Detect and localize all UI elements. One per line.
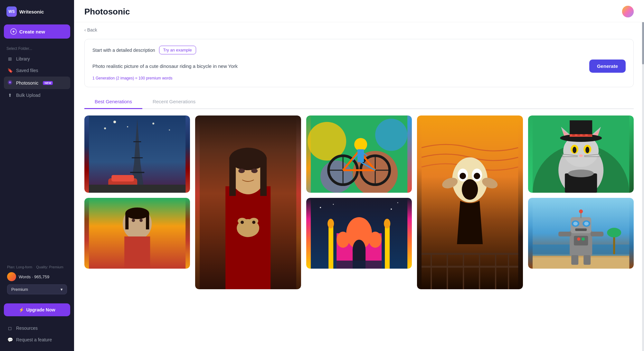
svg-rect-31 (146, 213, 149, 229)
svg-point-85 (459, 173, 466, 179)
svg-rect-12 (133, 141, 141, 142)
bookmark-icon: 🔖 (7, 68, 13, 73)
upload-icon: ⬆ (7, 93, 13, 98)
svg-rect-119 (570, 134, 572, 137)
image-card-eiffel[interactable] (84, 115, 190, 193)
svg-point-143 (577, 237, 580, 241)
image-card-taj[interactable] (306, 198, 412, 269)
image-card-woman[interactable] (84, 198, 190, 269)
image-card-cyclist[interactable] (306, 115, 412, 193)
svg-rect-141 (575, 228, 587, 231)
svg-point-146 (607, 228, 621, 237)
quality-label: Quality: Premium (36, 265, 63, 269)
sidebar-item-library[interactable]: ⊞ Library (4, 53, 70, 64)
image-eiffel (84, 115, 190, 193)
svg-point-110 (579, 154, 583, 157)
sidebar-item-resources[interactable]: ◻ Resources (4, 323, 70, 334)
upgrade-now-button[interactable]: ⚡ Upgrade Now (4, 303, 70, 316)
image-card-cat[interactable] (528, 115, 634, 193)
svg-point-71 (327, 219, 334, 228)
sidebar-item-saved-label: Saved files (16, 68, 38, 73)
image-col-1 (84, 115, 190, 269)
plan-info: Plan: Long-form Quality: Premium Words ·… (4, 263, 70, 301)
svg-point-39 (251, 169, 258, 173)
svg-point-73 (384, 219, 390, 228)
prompt-info: 1 Generation (2 images) = 100 premium wo… (92, 76, 626, 80)
create-new-button[interactable]: + Create new (4, 24, 70, 39)
sidebar-nav: ⊞ Library 🔖 Saved files Photosonic new ⬆… (4, 53, 70, 101)
svg-point-136 (579, 209, 583, 213)
image-woman (84, 198, 190, 269)
prompt-input-row: Generate (92, 60, 626, 73)
sidebar-item-photosonic[interactable]: Photosonic new (4, 77, 70, 89)
sidebar-item-request-label: Request a feature (16, 337, 52, 342)
avatar-image (622, 6, 634, 17)
content-area: ‹ Back Start with a detailed description… (74, 22, 644, 300)
chat-icon: 💬 (7, 337, 13, 342)
select-folder-label: Select Folder... (4, 46, 70, 51)
image-cat (528, 115, 634, 193)
sidebar: WS Writesonic + Create new Select Folder… (0, 0, 74, 351)
generate-button[interactable]: Generate (589, 60, 626, 73)
prompt-input[interactable] (92, 63, 584, 69)
svg-point-38 (239, 169, 245, 173)
words-row: Words · 965,759 (7, 272, 67, 281)
quality-dropdown[interactable]: Premium ▾ (7, 284, 67, 294)
svg-point-45 (246, 230, 251, 233)
svg-rect-72 (385, 224, 390, 269)
svg-point-108 (573, 147, 576, 153)
svg-rect-21 (89, 185, 185, 193)
back-link[interactable]: ‹ Back (84, 22, 634, 39)
svg-point-44 (252, 221, 256, 224)
sidebar-item-bulk-upload[interactable]: ⬆ Bulk Upload (4, 90, 70, 101)
tab-best-generations[interactable]: Best Generations (84, 95, 142, 109)
svg-point-109 (585, 147, 589, 153)
svg-point-26 (132, 219, 135, 222)
svg-point-124 (568, 170, 594, 177)
image-card-scream[interactable] (417, 115, 523, 289)
chevron-down-icon: ▾ (61, 287, 63, 292)
image-scream (417, 115, 523, 289)
tab-recent-generations[interactable]: Recent Generations (142, 95, 206, 109)
svg-rect-70 (328, 224, 333, 269)
svg-point-7 (152, 123, 154, 125)
svg-point-134 (584, 222, 589, 226)
svg-point-133 (573, 222, 578, 226)
svg-point-5 (113, 121, 116, 123)
lightning-icon: ⚡ (19, 307, 24, 312)
svg-point-43 (241, 221, 244, 224)
svg-rect-122 (585, 134, 588, 137)
top-bar: Photosonic (74, 0, 644, 22)
svg-point-4 (104, 127, 106, 129)
sidebar-item-resources-label: Resources (16, 326, 38, 331)
sidebar-item-saved-files[interactable]: 🔖 Saved files (4, 65, 70, 76)
image-col-3 (306, 115, 412, 269)
image-col-5 (528, 115, 634, 269)
tabs-row: Best Generations Recent Generations (84, 95, 634, 109)
generation-cost-text: 1 Generation (2 images) = 100 premium wo… (92, 76, 172, 80)
svg-rect-36 (230, 157, 236, 196)
svg-rect-127 (533, 257, 629, 269)
plan-quality: Plan: Long-form Quality: Premium (7, 265, 67, 269)
image-col-2 (195, 115, 301, 289)
svg-point-60 (354, 138, 367, 151)
scrollbar[interactable] (642, 0, 644, 351)
user-avatar[interactable] (622, 6, 634, 17)
photosonic-icon (7, 79, 13, 86)
image-grid (84, 115, 634, 289)
svg-rect-120 (575, 134, 577, 137)
svg-rect-140 (583, 255, 591, 265)
svg-point-79 (391, 208, 392, 210)
sidebar-item-request-feature[interactable]: 💬 Request a feature (4, 334, 70, 345)
resources-icon: ◻ (7, 326, 13, 331)
svg-rect-20 (111, 175, 134, 181)
svg-rect-37 (260, 157, 267, 196)
image-monalisa (195, 115, 301, 289)
try-example-button[interactable]: Try an example (159, 46, 196, 54)
image-card-robot[interactable] (528, 198, 634, 269)
image-card-monalisa[interactable] (195, 115, 301, 289)
svg-point-2 (9, 82, 11, 83)
logo-icon: WS (6, 6, 17, 17)
svg-point-8 (169, 129, 170, 131)
words-count-label: Words · 965,759 (19, 274, 49, 279)
